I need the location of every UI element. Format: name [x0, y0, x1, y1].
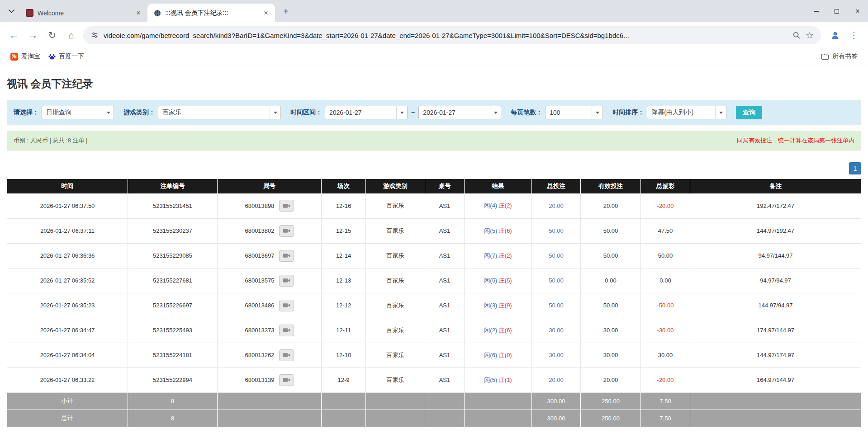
footer-empty-cell — [690, 392, 861, 410]
site-info-icon[interactable] — [90, 31, 99, 39]
site-globe-favicon-icon — [153, 9, 161, 17]
cell-total-bet[interactable]: 50.00 — [532, 218, 581, 243]
cell-total-bet[interactable]: 30.00 — [532, 318, 581, 343]
back-button[interactable]: ← — [5, 26, 24, 45]
zoom-icon[interactable] — [792, 31, 801, 39]
col-header-round: 局号 — [218, 179, 322, 193]
cell-game-type: 百家乐 — [366, 293, 425, 318]
view-video-button[interactable] — [279, 374, 294, 386]
forward-button[interactable]: → — [24, 26, 43, 45]
date-start-select[interactable]: 2026-01-27 — [325, 106, 408, 119]
url-text[interactable]: videoie.com/game/betrecord_search/kind3?… — [104, 32, 787, 39]
result-player: 闲(2) — [484, 327, 497, 334]
chevron-down-icon[interactable] — [270, 106, 280, 119]
cell-result: 闲(2) 庄(6) — [465, 318, 532, 343]
minimize-icon — [814, 11, 819, 12]
new-tab-button[interactable]: + — [279, 5, 293, 18]
view-video-button[interactable] — [279, 225, 294, 237]
subtotal-count: 8 — [128, 392, 218, 410]
result-banker: 庄(1) — [499, 377, 512, 383]
minimize-button[interactable] — [806, 0, 826, 22]
cell-valid-bet: 30.00 — [581, 318, 641, 343]
filter-query-type: 请选择： 日期查询 — [14, 106, 114, 119]
menu-button[interactable]: ⋮ — [844, 26, 863, 45]
tab-close-icon[interactable]: × — [134, 9, 143, 18]
result-banker: 庄(2) — [499, 252, 512, 259]
footer-empty-cell — [322, 392, 366, 410]
currency-summary-text: 币别 : 人民币 | 总共 :8 注单 | — [14, 137, 88, 145]
cell-total-bet[interactable]: 20.00 — [532, 193, 581, 218]
cell-payout: 47.50 — [641, 218, 690, 243]
home-button[interactable]: ⌂ — [62, 26, 81, 45]
bookmarks-bar: 淘 爱淘宝 百度一下 所有书签 — [0, 48, 868, 65]
cell-time: 2026-01-27 06:36:36 — [7, 243, 128, 268]
cell-bet-id: 523155225493 — [128, 318, 218, 343]
filter-bar: 请选择： 日期查询 游戏类别： 百家乐 时间区间： 2026-01-27 ~ 2… — [7, 100, 861, 125]
all-bookmarks-button[interactable]: 所有书签 — [817, 51, 862, 62]
cell-session: 12-13 — [322, 268, 366, 293]
cell-game-type: 百家乐 — [366, 193, 425, 218]
cell-round: 680013139 — [218, 367, 322, 392]
cell-total-bet[interactable]: 50.00 — [532, 243, 581, 268]
bookmark-taobao[interactable]: 淘 爱淘宝 — [6, 51, 44, 62]
sort-select[interactable]: 降幂(由大到小) — [647, 106, 726, 119]
page-1-button[interactable]: 1 — [849, 162, 861, 174]
view-video-button[interactable] — [279, 275, 294, 287]
round-number: 680013802 — [245, 227, 274, 234]
footer-empty-cell — [218, 410, 322, 427]
view-video-button[interactable] — [279, 349, 294, 361]
cell-round: 680013575 — [218, 268, 322, 293]
cell-note: 144.97/94.97 — [690, 293, 861, 318]
per-page-select[interactable]: 100 — [545, 106, 603, 119]
date-separator: ~ — [411, 109, 415, 116]
date-end-select[interactable]: 2026-01-27 — [418, 106, 501, 119]
cell-total-bet[interactable]: 30.00 — [532, 343, 581, 367]
tab-welcome[interactable]: Welcome × — [20, 4, 147, 22]
profile-button[interactable] — [825, 26, 844, 45]
video-camera-icon — [283, 278, 290, 283]
chevron-down-icon[interactable] — [103, 106, 114, 119]
tab-betrecord[interactable]: :::视讯 会员下注纪录::: × — [147, 4, 275, 22]
address-bar[interactable]: videoie.com/game/betrecord_search/kind3?… — [83, 26, 821, 44]
query-type-label: 请选择： — [14, 108, 39, 117]
cell-total-bet[interactable]: 50.00 — [532, 293, 581, 318]
col-header-session: 场次 — [322, 179, 366, 193]
cell-result: 闲(5) 庄(5) — [465, 268, 532, 293]
chevron-down-icon[interactable] — [490, 106, 501, 119]
table-row: 2026-01-27 06:37:11 523155230237 6800138… — [7, 218, 861, 243]
folder-icon — [821, 53, 829, 60]
cell-table: AS1 — [425, 367, 465, 392]
query-type-select[interactable]: 日期查询 — [42, 106, 114, 119]
view-video-button[interactable] — [279, 250, 294, 262]
search-button[interactable]: 查询 — [736, 106, 762, 119]
subtotal-valid-bet: 250.00 — [581, 392, 641, 410]
footer-empty-cell — [366, 410, 425, 427]
reload-button[interactable]: ↻ — [43, 26, 62, 45]
view-video-button[interactable] — [279, 300, 294, 311]
table-row: 2026-01-27 06:37:50 523155231451 6800138… — [7, 193, 861, 218]
bookmark-baidu[interactable]: 百度一下 — [44, 51, 88, 62]
chevron-down-icon[interactable] — [396, 106, 407, 119]
bookmark-star-icon[interactable]: ☆ — [806, 30, 814, 41]
chevron-down-icon[interactable] — [715, 106, 726, 119]
tab-search-button[interactable] — [5, 5, 18, 18]
tab-close-icon[interactable]: × — [261, 9, 270, 18]
cell-bet-id: 523155229085 — [128, 243, 218, 268]
cell-total-bet[interactable]: 50.00 — [532, 268, 581, 293]
cell-round: 680013802 — [218, 218, 322, 243]
maximize-button[interactable] — [826, 0, 847, 22]
cell-round: 680013898 — [218, 193, 322, 218]
navigation-bar: ← → ↻ ⌂ videoie.com/game/betrecord_searc… — [0, 22, 868, 48]
cell-total-bet[interactable]: 20.00 — [532, 367, 581, 392]
window-controls: × — [806, 0, 868, 22]
subtotal-row: 小计 8 300.00 250.00 7.50 — [7, 392, 861, 410]
welcome-favicon-icon — [26, 9, 33, 17]
close-window-button[interactable]: × — [847, 0, 868, 22]
total-valid-bet: 250.00 — [581, 410, 641, 427]
view-video-button[interactable] — [279, 200, 294, 212]
chevron-down-icon[interactable] — [592, 106, 602, 119]
view-video-button[interactable] — [279, 325, 294, 336]
cell-bet-id: 523155222994 — [128, 367, 218, 392]
game-type-select[interactable]: 百家乐 — [158, 106, 281, 119]
footer-empty-cell — [366, 392, 425, 410]
